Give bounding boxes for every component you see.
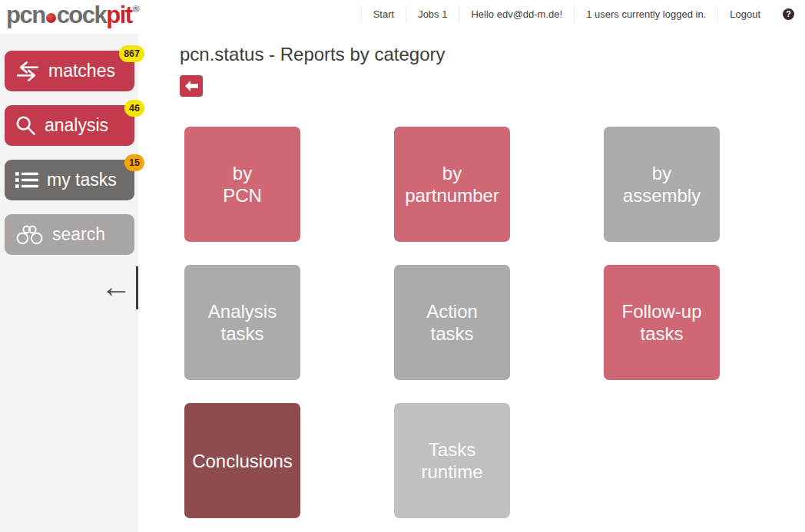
registered-mark: ®	[133, 4, 140, 15]
back-arrow-icon	[185, 81, 198, 91]
tile-label: Follow-up tasks	[621, 300, 701, 345]
nav-start[interactable]: Start	[361, 5, 406, 23]
tile-label: Analysis tasks	[208, 300, 277, 345]
my-tasks-count-badge: 15	[124, 154, 144, 171]
tile-analysis-tasks[interactable]: Analysis tasks	[184, 265, 300, 380]
tile-label: by assembly	[623, 162, 701, 207]
binoculars-icon	[15, 224, 44, 245]
tile-label: by partnumber	[405, 162, 499, 207]
sidebar-item-label: analysis	[45, 115, 108, 136]
nav-logged-in-status: 1 users currently logged in.	[574, 5, 717, 23]
collapse-left-arrow-icon: ←	[101, 271, 131, 302]
help-icon[interactable]: ?	[783, 8, 794, 20]
swap-arrows-icon	[15, 61, 40, 81]
report-tile-grid: by PCN by partnumber by assembly Analysi…	[184, 127, 720, 518]
tile-by-assembly[interactable]: by assembly	[604, 127, 720, 242]
collapse-handle-bar	[136, 266, 138, 309]
sidebar-item-label: matches	[48, 61, 115, 81]
analysis-count-badge: 46	[124, 100, 144, 117]
tile-label: Tasks runtime	[421, 438, 482, 483]
sidebar-item-my-tasks[interactable]: my tasks 15	[5, 160, 134, 200]
tile-label: by PCN	[223, 162, 262, 207]
logo-text-pit: pit	[106, 2, 131, 28]
nav-greeting: Hello edv@dd-m.de!	[459, 5, 574, 23]
page-title: pcn.status - Reports by category	[180, 44, 446, 65]
tile-by-pcn[interactable]: by PCN	[184, 127, 300, 242]
nav-logout[interactable]: Logout	[717, 5, 772, 23]
tile-label: Action tasks	[426, 300, 478, 345]
sidebar-item-label: my tasks	[47, 170, 117, 190]
sidebar-item-label: search	[52, 224, 105, 245]
logo-text-cock: cock	[57, 2, 107, 28]
tile-label: Conclusions	[192, 450, 293, 472]
matches-count-badge: 867	[119, 45, 144, 62]
sidebar: matches 867 analysis 46 my tasks	[0, 34, 138, 532]
tile-conclusions[interactable]: Conclusions	[184, 403, 300, 518]
back-button[interactable]	[180, 75, 203, 97]
logo-text-pcn: pcn	[6, 2, 45, 28]
top-bar: pcncockpit® Start Jobs 1 Hello edv@dd-m.…	[0, 0, 805, 34]
sidebar-item-search[interactable]: search	[5, 214, 134, 255]
sidebar-item-matches[interactable]: matches 867	[5, 51, 134, 91]
app-window: pcncockpit® Start Jobs 1 Hello edv@dd-m.…	[0, 0, 805, 532]
logo-dot-icon	[46, 13, 56, 23]
magnifier-icon	[15, 115, 36, 136]
app-logo: pcncockpit®	[6, 2, 140, 29]
top-navigation: Start Jobs 1 Hello edv@dd-m.de! 1 users …	[361, 0, 800, 28]
nav-jobs[interactable]: Jobs 1	[406, 5, 459, 23]
list-icon	[15, 171, 38, 189]
tile-by-partnumber[interactable]: by partnumber	[394, 127, 510, 242]
sidebar-item-analysis[interactable]: analysis 46	[5, 105, 134, 146]
tile-follow-up-tasks[interactable]: Follow-up tasks	[604, 265, 720, 380]
sidebar-collapse-button[interactable]: ←	[84, 266, 138, 309]
tile-action-tasks[interactable]: Action tasks	[394, 265, 510, 380]
tile-tasks-runtime[interactable]: Tasks runtime	[394, 403, 510, 518]
